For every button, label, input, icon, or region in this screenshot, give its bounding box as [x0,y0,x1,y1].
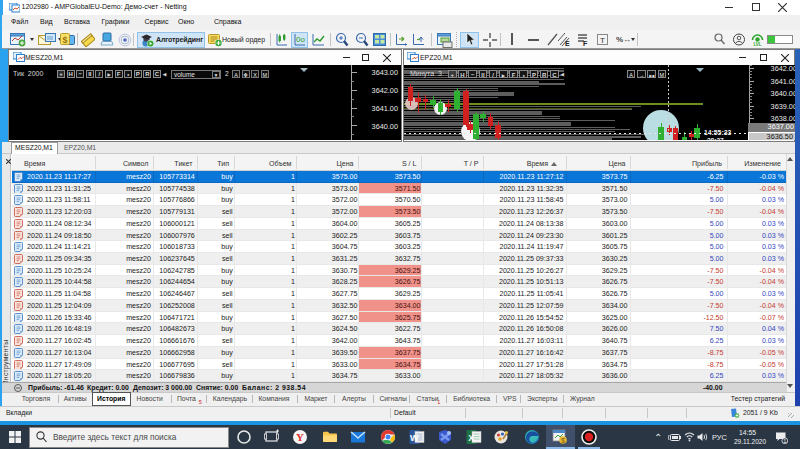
svg-text:Y: Y [296,431,304,443]
svg-text:LVL: LVL [753,42,761,47]
svg-text:W: W [410,433,419,443]
svg-text:$: $ [561,437,565,444]
svg-text:$: $ [62,35,67,45]
svg-text:X: X [468,433,474,443]
svg-text:1: 1 [783,438,786,444]
svg-text:F: F [583,40,588,47]
svg-text:E: E [565,40,570,47]
svg-text:T: T [600,36,605,45]
svg-text:0o: 0o [296,35,305,44]
